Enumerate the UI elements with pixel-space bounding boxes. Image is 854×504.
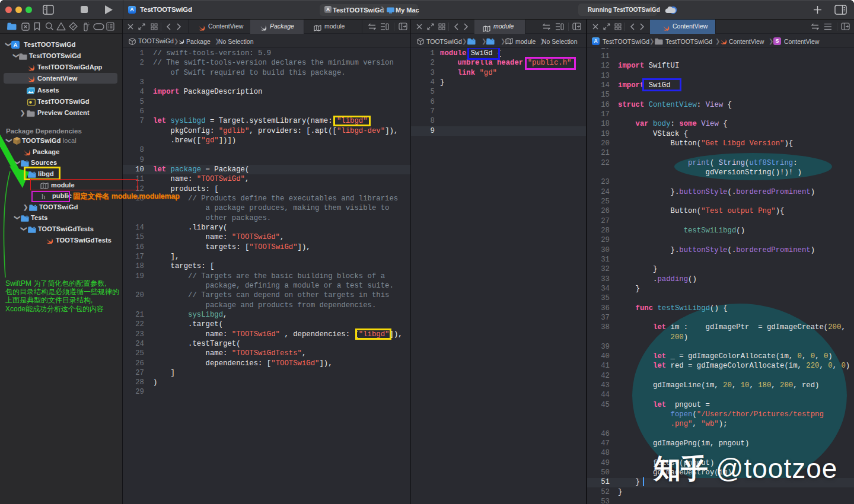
svg-text:A: A <box>14 42 18 48</box>
